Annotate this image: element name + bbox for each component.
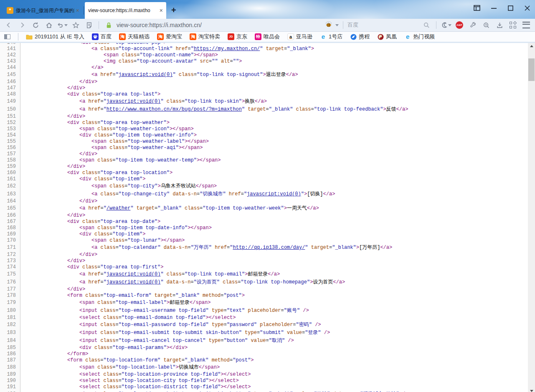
bookmark-aitaobao[interactable]: 淘 爱淘宝 xyxy=(157,33,182,40)
new-tab-button[interactable]: + xyxy=(171,6,176,14)
menu-hamburger-icon[interactable] xyxy=(521,20,532,30)
line-number: 143 xyxy=(0,58,20,65)
source-code-text: <img class="top-account-avatar" src="" a… xyxy=(20,58,242,65)
night-mode-moon-icon[interactable] xyxy=(441,20,451,30)
minimize-button[interactable] xyxy=(488,3,499,13)
source-line: 180<input class="top-email-username top-… xyxy=(0,307,528,315)
search-input[interactable]: 百度 xyxy=(347,21,418,29)
bookmark-tmall[interactable]: 淘 天猫精选 xyxy=(119,33,150,40)
bee-icon[interactable] xyxy=(325,21,333,29)
undo-close-icon[interactable] xyxy=(57,20,68,30)
source-code-text: <a class="top-calendar" data-s-n="万年历" h… xyxy=(20,244,392,252)
line-number: 145 xyxy=(0,71,20,79)
apps-grid-icon[interactable] xyxy=(507,20,518,30)
bookmark-yhd[interactable]: e 1号店 xyxy=(320,33,342,40)
tab-view-source[interactable]: view-source:https://i.maxtho × xyxy=(85,2,166,19)
forward-icon[interactable] xyxy=(17,20,28,30)
wrench-dev-tools-icon[interactable] xyxy=(467,20,478,30)
source-code-text: <div class="top-account-pop"> xyxy=(20,43,167,46)
bookmark-amazon[interactable]: a 亚马逊 xyxy=(287,33,312,40)
sidebar-toggle-icon[interactable] xyxy=(4,34,10,39)
source-code-text: </div> xyxy=(20,252,97,258)
line-number: 159 xyxy=(0,164,20,170)
source-code-text: <a href="javascript:void(0)" class="top-… xyxy=(20,71,298,79)
bookmark-hot-videos[interactable]: e 热门视频 xyxy=(404,33,435,40)
close-icon[interactable]: × xyxy=(160,8,163,13)
source-code-text: <a href="/weather" target="_blank" class… xyxy=(20,205,319,212)
adblock-abp-icon[interactable]: ABP xyxy=(454,20,465,30)
resource-sniffer-icon[interactable] xyxy=(481,20,492,30)
line-number: 158 xyxy=(0,157,20,164)
vip-icon: 特 xyxy=(255,33,261,40)
bookmark-ctrip[interactable]: 携程 xyxy=(350,33,370,40)
source-link[interactable]: javascript:void(0) xyxy=(247,191,301,197)
scroll-down-arrow-icon[interactable] xyxy=(528,388,535,392)
source-link[interactable]: javascript:void(0) xyxy=(106,99,161,104)
download-icon[interactable] xyxy=(494,20,505,30)
source-line: 140<div class="top-account-pop"> xyxy=(0,43,528,46)
source-line: 142<span class="top-account-name"></span… xyxy=(0,52,528,58)
source-line: 156<span class="top-weather-aqi"></span> xyxy=(0,145,528,151)
snap-note-icon[interactable] xyxy=(84,20,94,30)
source-code-text: <span class="top-weather-icon"></span> xyxy=(20,126,194,132)
source-code-text: <div class="top-email-params"></div> xyxy=(20,345,188,351)
bookmark-baidu[interactable]: 百度 xyxy=(92,33,112,40)
bookmark-ifeng[interactable]: 凤凰 xyxy=(377,33,397,40)
source-line: 183<input class="top-email-submit top-su… xyxy=(0,329,528,337)
bookmark-taobao-sale[interactable]: 淘 淘宝特卖 xyxy=(190,33,220,40)
source-link[interactable]: javascript:void(0) xyxy=(106,279,161,285)
bookmark-folder-ie-import[interactable]: 20191101 从 IE 导入 xyxy=(26,33,84,40)
line-number: 178 xyxy=(0,293,20,299)
source-code-text: <div class="top-item"> xyxy=(20,176,145,182)
source-link[interactable]: http://www.maxthon.cn/mx/bug/post/?m=ima… xyxy=(106,106,242,112)
source-code-text: <select class="top-location-province top… xyxy=(20,372,251,378)
line-number: 191 xyxy=(0,384,20,390)
favorites-star-icon[interactable] xyxy=(70,20,81,30)
title-bar: * 傲游今日_傲游用户专属的网 × view-source:https://i.… xyxy=(0,0,535,19)
source-line: 176<a href="javascript:void(0)" data-s-n… xyxy=(0,278,528,286)
home-icon[interactable] xyxy=(43,20,54,30)
chevron-down-icon[interactable] xyxy=(335,24,339,26)
close-window-button[interactable] xyxy=(522,3,532,13)
url-text[interactable]: view-source:https://i.maxthon.cn/ xyxy=(117,22,322,28)
refresh-icon[interactable] xyxy=(30,20,41,30)
source-code-text: <a href="javascript:void(0)" class="top-… xyxy=(20,271,280,278)
tab-maxthon-today[interactable]: * 傲游今日_傲游用户专属的网 × xyxy=(3,2,83,19)
line-number: 168 xyxy=(0,225,20,231)
close-icon[interactable]: × xyxy=(76,8,79,13)
source-code-text: <a class="top-change-city" data-s-n="切换城… xyxy=(20,190,335,198)
line-number: 183 xyxy=(0,329,20,337)
source-link[interactable]: http://qq.ip138.com/day/ xyxy=(233,245,305,250)
source-line: 150<a href="http://www.maxthon.cn/mx/bug… xyxy=(0,106,528,114)
scroll-up-arrow-icon[interactable] xyxy=(528,43,535,49)
line-number: 140 xyxy=(0,43,20,46)
line-number: 160 xyxy=(0,170,20,176)
source-link[interactable]: javascript:void(0) xyxy=(106,271,161,277)
search-icon[interactable] xyxy=(421,20,432,30)
source-code-text: </div> xyxy=(20,198,97,205)
source-link[interactable]: https://my.maxthon.cn/ xyxy=(194,46,260,52)
vertical-scrollbar[interactable] xyxy=(528,43,535,392)
search-box[interactable]: 百度 xyxy=(325,21,418,29)
back-icon[interactable] xyxy=(3,20,14,30)
source-line: 185<div class="top-email-params"></div> xyxy=(0,345,528,351)
line-number: 177 xyxy=(0,286,20,293)
line-number: 142 xyxy=(0,52,20,58)
line-number: 179 xyxy=(0,299,20,307)
ifeng-icon xyxy=(377,33,384,40)
source-code-text: <select class="top-email-domain top-fiel… xyxy=(20,315,236,321)
bookmark-label: 亚马逊 xyxy=(296,33,312,40)
source-link[interactable]: /weather xyxy=(106,205,131,211)
bookmark-vip[interactable]: 特 唯品会 xyxy=(255,33,280,40)
lock-icon xyxy=(103,20,114,30)
source-code-text: </div> xyxy=(20,114,85,120)
tile-windows-icon[interactable] xyxy=(472,3,482,13)
source-line: 186</form> xyxy=(0,351,528,357)
source-line: 167<div class="top-area top-date"> xyxy=(0,219,528,225)
line-number: 152 xyxy=(0,120,20,126)
bookmark-jd[interactable]: JD 京东 xyxy=(228,33,247,40)
scrollbar-thumb[interactable] xyxy=(528,58,535,81)
source-link[interactable]: javascript:void(0) xyxy=(119,72,173,78)
maximize-button[interactable] xyxy=(505,3,516,13)
source-code-text: <form class="top-email-form" target="_bl… xyxy=(20,293,245,299)
